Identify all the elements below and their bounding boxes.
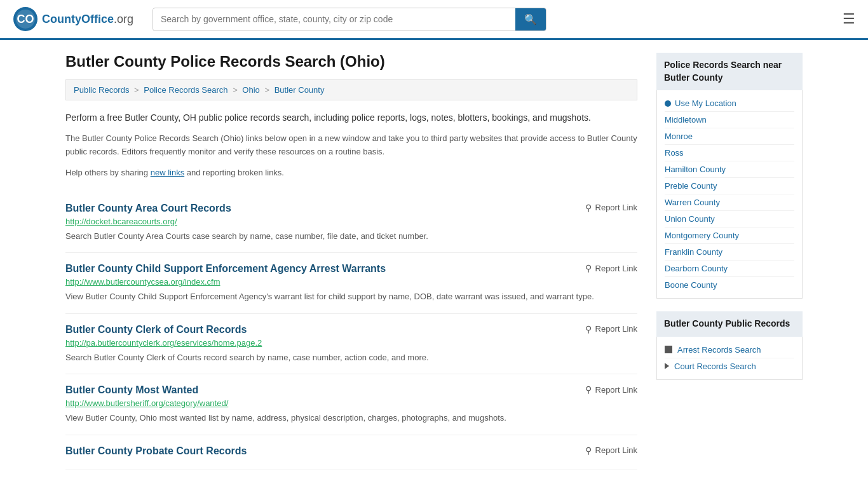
breadcrumb-butler-county[interactable]: Butler County	[275, 85, 325, 95]
breadcrumb-public-records[interactable]: Public Records	[74, 85, 129, 95]
record-title[interactable]: Butler County Clerk of Court Records	[65, 324, 247, 336]
nearby-link[interactable]: Ross	[665, 145, 794, 161]
nearby-link[interactable]: Dearborn County	[665, 261, 794, 277]
record-entry: Butler County Probate Court Records ⚲ Re…	[65, 435, 637, 470]
record-entry: Butler County Child Support Enforcement …	[65, 253, 637, 314]
nearby-body: Use My Location MiddletownMonroeRossHami…	[656, 90, 803, 299]
main-container: Butler County Police Records Search (Ohi…	[53, 53, 815, 470]
public-records-section: Butler County Public Records Arrest Reco…	[656, 311, 803, 380]
report-link-label: Report Link	[595, 264, 637, 273]
record-entry: Butler County Clerk of Court Records ⚲ R…	[65, 314, 637, 375]
report-link-icon: ⚲	[585, 384, 592, 395]
use-my-location-link[interactable]: Use My Location	[665, 95, 794, 112]
report-link[interactable]: ⚲ Report Link	[585, 324, 637, 334]
breadcrumb-police-records[interactable]: Police Records Search	[144, 85, 227, 95]
record-entry: Butler County Most Wanted ⚲ Report Link …	[65, 374, 637, 435]
nearby-link[interactable]: Hamilton County	[665, 161, 794, 178]
breadcrumb-ohio[interactable]: Ohio	[242, 85, 259, 95]
record-description: View Butler County, Ohio most wanted lis…	[65, 412, 637, 424]
records-list: Butler County Area Court Records ⚲ Repor…	[65, 193, 637, 470]
nearby-link[interactable]: Middletown	[665, 112, 794, 128]
record-header: Butler County Area Court Records ⚲ Repor…	[65, 203, 637, 214]
public-records-links: Arrest Records SearchCourt Records Searc…	[665, 342, 794, 374]
record-url[interactable]: http://pa.butlercountyclerk.org/eservice…	[65, 338, 637, 348]
report-link-label: Report Link	[595, 324, 637, 334]
search-bar: 🔍	[153, 8, 546, 31]
report-link[interactable]: ⚲ Report Link	[585, 263, 637, 273]
report-link[interactable]: ⚲ Report Link	[585, 445, 637, 456]
report-link[interactable]: ⚲ Report Link	[585, 203, 637, 213]
nearby-link[interactable]: Boone County	[665, 277, 794, 293]
report-link[interactable]: ⚲ Report Link	[585, 384, 637, 395]
page-title: Butler County Police Records Search (Ohi…	[65, 53, 637, 71]
nearby-title: Police Records Search near Butler County	[656, 53, 803, 90]
nearby-link[interactable]: Union County	[665, 211, 794, 227]
logo-icon: CO	[13, 6, 38, 32]
record-url[interactable]: http://docket.bcareacourts.org/	[65, 217, 637, 226]
breadcrumb: Public Records > Police Records Search >…	[65, 79, 637, 100]
report-link-icon: ⚲	[585, 445, 592, 456]
search-button[interactable]: 🔍	[515, 8, 546, 30]
report-link-icon: ⚲	[585, 263, 592, 273]
report-link-icon: ⚲	[585, 203, 592, 213]
public-records-link-label: Arrest Records Search	[677, 345, 761, 355]
site-header: CO CountyOffice.org 🔍 ☰	[0, 0, 868, 40]
record-description: View Butler County Child Support Enforce…	[65, 290, 637, 303]
nearby-section: Police Records Search near Butler County…	[656, 53, 803, 299]
record-header: Butler County Probate Court Records ⚲ Re…	[65, 445, 637, 457]
record-title[interactable]: Butler County Probate Court Records	[65, 445, 247, 457]
public-records-link[interactable]: Arrest Records Search	[665, 342, 794, 358]
public-records-link[interactable]: Court Records Search	[665, 358, 794, 374]
location-dot-icon	[665, 100, 671, 107]
record-title[interactable]: Butler County Area Court Records	[65, 203, 231, 214]
nearby-link[interactable]: Preble County	[665, 178, 794, 194]
record-url[interactable]: http://www.butlercountycsea.org/index.cf…	[65, 277, 637, 287]
record-entry: Butler County Area Court Records ⚲ Repor…	[65, 193, 637, 254]
search-input[interactable]	[153, 9, 515, 29]
record-header: Butler County Clerk of Court Records ⚲ R…	[65, 324, 637, 336]
help-text: Help others by sharing new links and rep…	[65, 166, 637, 180]
report-link-label: Report Link	[595, 385, 637, 395]
record-title[interactable]: Butler County Most Wanted	[65, 384, 198, 396]
nearby-link[interactable]: Franklin County	[665, 244, 794, 261]
sidebar: Police Records Search near Butler County…	[656, 53, 803, 470]
nearby-link[interactable]: Monroe	[665, 128, 794, 145]
site-logo[interactable]: CO CountyOffice.org	[13, 6, 140, 32]
public-records-link-label: Court Records Search	[674, 362, 756, 371]
square-icon	[665, 346, 672, 353]
record-header: Butler County Most Wanted ⚲ Report Link	[65, 384, 637, 396]
report-link-icon: ⚲	[585, 324, 592, 334]
report-link-label: Report Link	[595, 445, 637, 455]
logo-text: CountyOffice.org	[42, 13, 133, 26]
record-url[interactable]: http://www.butlersheriff.org/category/wa…	[65, 398, 637, 408]
report-link-label: Report Link	[595, 203, 637, 212]
public-records-title: Butler County Public Records	[656, 311, 803, 337]
public-records-body: Arrest Records SearchCourt Records Searc…	[656, 337, 803, 380]
nearby-link[interactable]: Montgomery County	[665, 227, 794, 244]
intro-text: Perform a free Butler County, OH public …	[65, 111, 637, 125]
record-header: Butler County Child Support Enforcement …	[65, 263, 637, 274]
record-title[interactable]: Butler County Child Support Enforcement …	[65, 263, 386, 274]
content-area: Butler County Police Records Search (Ohi…	[65, 53, 637, 470]
svg-text:CO: CO	[17, 13, 34, 25]
record-description: Search Butler County Area Courts case se…	[65, 230, 637, 243]
use-location-label: Use My Location	[675, 98, 736, 108]
triangle-icon	[665, 363, 669, 369]
disclaimer-text: The Butler County Police Records Search …	[65, 132, 637, 159]
nearby-links: MiddletownMonroeRossHamilton CountyPrebl…	[665, 112, 794, 293]
hamburger-menu-icon[interactable]: ☰	[843, 11, 855, 27]
new-links-link[interactable]: new links	[151, 168, 184, 177]
record-description: Search Butler County Clerk of Courts rec…	[65, 351, 637, 364]
nearby-link[interactable]: Warren County	[665, 194, 794, 211]
